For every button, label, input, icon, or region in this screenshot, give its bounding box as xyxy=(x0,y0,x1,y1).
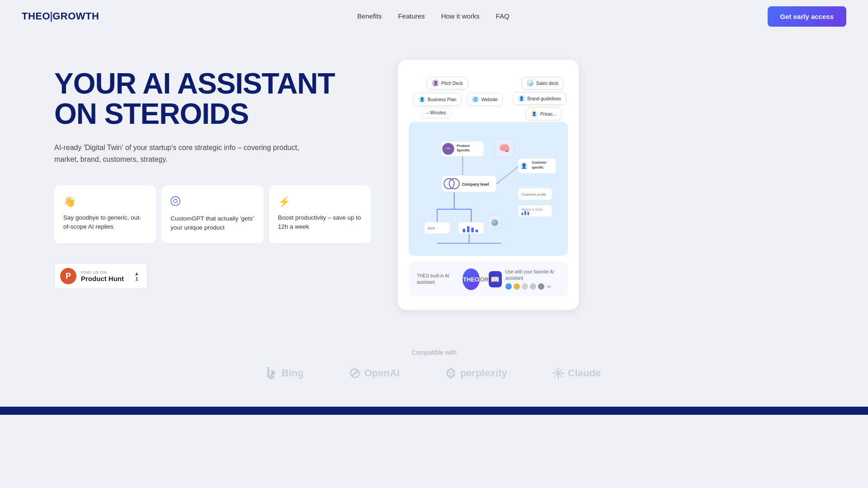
svg-text:Company level: Company level xyxy=(462,182,489,187)
sales-deck-icon: 📊 xyxy=(527,80,534,87)
ai-logos: ∞ xyxy=(505,283,560,290)
nav-link-faq[interactable]: FAQ xyxy=(496,12,509,20)
feature-icon-2: ⚡ xyxy=(278,196,362,208)
logo-theo: THEO xyxy=(22,10,50,22)
perplexity-logo: perplexity xyxy=(445,367,507,379)
product-hunt-badge[interactable]: P FIND US ON Product Hunt ▲ 1 xyxy=(54,263,148,289)
svg-line-23 xyxy=(497,167,518,184)
bing-logo: Bing xyxy=(267,367,304,380)
theo-built-label: THEO built-in AI assistant xyxy=(417,273,458,286)
privacy-icon: 👤 xyxy=(531,110,538,117)
svg-text:Mission & vision: Mission & vision xyxy=(521,208,542,211)
navbar: THEOGROWTH Benefits Features How it work… xyxy=(0,0,868,33)
svg-rect-38 xyxy=(524,211,526,215)
claude-label: Claude xyxy=(568,367,601,379)
feature-text-2: Boost productivity – save up to 12h a we… xyxy=(278,214,361,230)
svg-text:Product: Product xyxy=(457,144,470,148)
ai-logo-4 xyxy=(530,283,536,290)
svg-rect-37 xyxy=(521,213,523,216)
nav-link-features[interactable]: Features xyxy=(398,12,425,20)
hero-title: YOUR AI ASSISTANT ON STEROIDS xyxy=(54,69,371,129)
use-with-section: 📖 Use with your favorite AI assistant ∞ xyxy=(489,269,560,290)
use-with-label: Use with your favorite AI assistant xyxy=(505,269,560,282)
svg-text:Customer: Customer xyxy=(532,161,547,164)
svg-text:MVP: MVP xyxy=(428,226,435,230)
svg-point-47 xyxy=(557,367,559,369)
feature-text-0: Say goodbye to generic, out-of-scope AI … xyxy=(63,214,142,230)
hero-right: 👤 Pitch Deck 📊 Sales deck 👤 Brand guidel… xyxy=(398,60,579,310)
openai-label: OpenAI xyxy=(364,367,400,379)
diagram-svg: Product Specific 🧠 👤 Customer s xyxy=(416,129,561,247)
use-with-icon: 📖 xyxy=(489,271,502,287)
compatible-logos: Bing OpenAI perplexity xyxy=(54,367,814,380)
svg-rect-27 xyxy=(463,229,466,232)
svg-rect-30 xyxy=(476,230,478,232)
svg-rect-28 xyxy=(467,226,470,232)
feature-cards: 👋 Say goodbye to generic, out-of-scope A… xyxy=(54,185,371,244)
ai-logo-more: ∞ xyxy=(547,283,551,290)
bing-label: Bing xyxy=(282,367,304,379)
ph-upvote[interactable]: ▲ 1 xyxy=(128,271,139,282)
logo-growth: GROWTH xyxy=(52,10,99,22)
feature-card-2: ⚡ Boost productivity – save up to 12h a … xyxy=(269,185,371,244)
svg-text:Specific: Specific xyxy=(457,148,470,152)
compatible-label: Compatible with xyxy=(54,349,814,356)
svg-point-49 xyxy=(552,372,554,374)
nav-link-how-it-works[interactable]: How it works xyxy=(441,12,480,20)
footer-strip xyxy=(0,407,868,415)
doc-tag-website: 🌐 Website xyxy=(467,93,503,106)
svg-rect-39 xyxy=(528,212,529,216)
feature-icon-1 xyxy=(170,196,254,209)
logo: THEOGROWTH xyxy=(22,10,99,22)
svg-text:specific: specific xyxy=(532,166,543,169)
doc-tag-privacy: 👤 Privac... xyxy=(526,108,561,120)
feature-text-1: CustomGPT that actually 'gets' your uniq… xyxy=(170,215,254,231)
ph-count-number: 1 xyxy=(135,276,138,282)
ph-arrow-icon: ▲ xyxy=(134,271,139,276)
ph-find-label: FIND US ON xyxy=(81,270,124,275)
website-icon: 🌐 xyxy=(472,96,479,103)
hero-left: YOUR AI ASSISTANT ON STEROIDS AI-ready '… xyxy=(54,60,371,289)
theo-built-section: THEO built-in AI assistant THEO xyxy=(417,268,480,290)
nav-links: Benefits Features How it works FAQ xyxy=(357,12,509,20)
compatible-section: Compatible with Bing OpenAI perplexity xyxy=(0,340,868,407)
diagram-card: 👤 Pitch Deck 📊 Sales deck 👤 Brand guidel… xyxy=(398,60,579,310)
feature-icon-0: 👋 xyxy=(63,196,147,208)
svg-point-50 xyxy=(562,372,564,374)
ph-text: FIND US ON Product Hunt xyxy=(81,270,124,282)
product-hunt-icon: P xyxy=(60,268,76,284)
feature-card-0: 👋 Say goodbye to generic, out-of-scope A… xyxy=(54,185,156,244)
or-divider: OR xyxy=(480,276,489,283)
diagram-bottom: THEO built-in AI assistant THEO OR 📖 Use… xyxy=(409,262,568,296)
ai-logo-5 xyxy=(538,283,544,290)
doc-tag-business-plan: 👤 Business Plan xyxy=(413,93,461,106)
openai-logo: OpenAI xyxy=(349,367,400,379)
get-early-access-button[interactable]: Get early access xyxy=(768,6,846,27)
hero-subtitle: AI-ready 'Digital Twin' of your startup'… xyxy=(54,142,307,165)
svg-point-1 xyxy=(174,199,177,203)
svg-text:⚙️: ⚙️ xyxy=(491,219,499,227)
doc-tag-pitch-deck: 👤 Pitch Deck xyxy=(427,77,468,89)
ai-logo-2 xyxy=(514,283,520,290)
central-diagram: Product Specific 🧠 👤 Customer s xyxy=(409,122,568,256)
claude-logo: Claude xyxy=(552,367,601,379)
doc-tag-brand-guidelines: 👤 Brand guidelines xyxy=(513,92,566,105)
svg-text:👤: 👤 xyxy=(521,163,528,169)
doc-tag-sales-deck: 📊 Sales deck xyxy=(522,77,563,89)
svg-point-0 xyxy=(171,197,180,206)
doc-tags-area: 👤 Pitch Deck 📊 Sales deck 👤 Brand guidel… xyxy=(409,73,568,118)
doc-tag-minutes: – Minutes xyxy=(421,108,451,118)
hero-section: YOUR AI ASSISTANT ON STEROIDS AI-ready '… xyxy=(0,33,868,340)
svg-point-48 xyxy=(557,377,559,379)
theo-logo-circle: THEO xyxy=(462,268,480,290)
svg-rect-29 xyxy=(471,228,474,232)
business-plan-icon: 👤 xyxy=(418,96,425,103)
ph-name-label: Product Hunt xyxy=(81,275,124,282)
ai-logo-3 xyxy=(522,283,528,290)
nav-link-benefits[interactable]: Benefits xyxy=(357,12,382,20)
pitch-deck-icon: 👤 xyxy=(432,80,439,87)
brand-guidelines-icon: 👤 xyxy=(518,95,525,102)
perplexity-label: perplexity xyxy=(460,367,507,379)
svg-text:🧠: 🧠 xyxy=(499,142,510,154)
ai-logo-1 xyxy=(505,283,512,290)
